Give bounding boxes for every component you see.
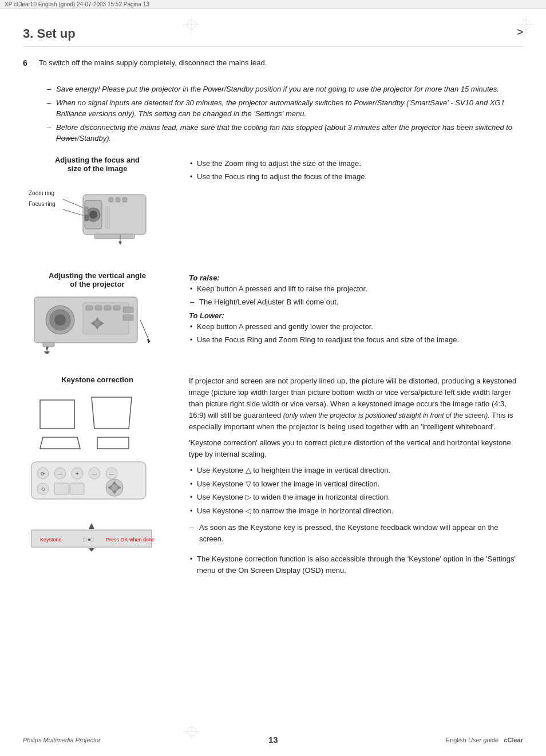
footer-left: Philips Multimedia Projector: [23, 737, 101, 743]
keystone-bullet-2: Use Keystone ▽ to lower the image in ver…: [189, 478, 523, 490]
svg-rect-30: [104, 306, 111, 310]
footer: Philips Multimedia Projector 13 English …: [0, 735, 546, 745]
svg-text:—: —: [58, 471, 63, 477]
dash-item-1: Save energy! Please put the projector in…: [46, 84, 523, 95]
svg-point-68: [111, 484, 118, 491]
keystone-right: If projector and screen are not properly…: [183, 375, 523, 579]
focus-bullet-2: Use the Focus ring to adjust the focus o…: [189, 171, 523, 183]
svg-text:Keystone: Keystone: [40, 537, 62, 543]
ring-labels: Zoom ring Focus ring: [29, 188, 56, 209]
zoom-ring-label: Zoom ring: [29, 188, 56, 199]
keystone-screen-ui: Keystone □·●□ Press OK when done: [29, 523, 172, 553]
svg-rect-13: [116, 197, 120, 202]
keystone-para2: 'Keystone correction' allows you to corr…: [189, 437, 523, 460]
remote-svg: ⟳ — + — — ⟲: [29, 459, 160, 519]
keystone-dash-1: As soon as the Keystone key is pressed, …: [189, 522, 523, 544]
dash-item-3: Before disconnecting the mains lead, mak…: [46, 122, 523, 144]
svg-marker-41: [44, 351, 50, 354]
adjust-focus-right: Use the Zoom ring to adjust the size of …: [183, 156, 523, 258]
remote-control-area: ⟳ — + — — ⟲: [29, 459, 172, 521]
section-number: 6: [23, 58, 32, 68]
header-text: XP cClear10 English (good) 24-07-2003 15…: [5, 1, 149, 7]
to-raise-label: To raise:: [189, 274, 523, 282]
svg-text:—: —: [92, 471, 97, 477]
svg-rect-62: [70, 483, 84, 494]
svg-line-6: [63, 199, 86, 209]
svg-line-42: [140, 320, 149, 340]
svg-rect-38: [123, 315, 133, 320]
svg-rect-14: [122, 197, 127, 202]
page-nav: >: [517, 26, 523, 38]
svg-rect-12: [109, 197, 113, 202]
svg-rect-37: [123, 307, 133, 312]
adjust-focus-section: Adjusting the focus and size of the imag…: [23, 156, 523, 258]
svg-point-26: [54, 314, 66, 326]
svg-marker-46: [40, 437, 80, 449]
svg-rect-39: [43, 342, 54, 347]
section-6-block: 6 To switch off the mains supply complet…: [23, 58, 523, 68]
reg-mark-bottom: [183, 723, 200, 740]
dash-notes: Save energy! Please put the projector in…: [46, 84, 523, 144]
svg-text:□·●□: □·●□: [83, 537, 94, 543]
lower-bullets: Keep button A pressed and gently lower t…: [189, 321, 523, 346]
keystone-dash: As soon as the Keystone key is pressed, …: [189, 522, 523, 544]
svg-text:Press OK when done: Press OK when done: [106, 537, 155, 543]
keystone-bullets: Use Keystone △ to heighten the image in …: [189, 465, 523, 516]
focus-ring-label: Focus ring: [29, 199, 56, 209]
lower-bullet-2: Use the Focus Ring and Zoom Ring to read…: [189, 334, 523, 346]
svg-text:⟳: ⟳: [41, 471, 45, 477]
svg-rect-31: [113, 306, 120, 310]
raise-bullet-1: Keep button A pressed and lift to raise …: [189, 283, 523, 295]
svg-rect-61: [54, 483, 69, 494]
to-lower-label: To Lower:: [189, 311, 523, 320]
svg-rect-20: [85, 215, 88, 221]
svg-rect-47: [97, 437, 129, 449]
keystone-heading: Keystone correction: [23, 375, 172, 384]
keystone-final-bullet: The Keystone correction function is also…: [189, 553, 523, 576]
svg-point-11: [89, 211, 97, 219]
svg-marker-74: [89, 548, 94, 552]
svg-marker-45: [92, 397, 132, 429]
svg-marker-69: [89, 523, 94, 529]
main-content: 3. Set up > 6 To switch off the mains su…: [0, 9, 546, 615]
footer-center: 13: [268, 735, 278, 745]
svg-marker-22: [118, 242, 122, 245]
keystone-screen-svg: Keystone □·●□ Press OK when done: [29, 523, 155, 552]
svg-rect-29: [95, 306, 102, 310]
keystone-bullet-1: Use Keystone △ to heighten the image in …: [189, 465, 523, 476]
adjust-vertical-section: Adjusting the vertical angle of the proj…: [23, 271, 523, 362]
svg-line-7: [63, 209, 86, 216]
dash-list: Save energy! Please put the projector in…: [46, 84, 523, 144]
page-title: 3. Set up: [23, 26, 76, 41]
keystone-bullet-3: Use Keystone ▷ to widen the image in hor…: [189, 492, 523, 503]
keystone-left: Keystone correction: [23, 375, 183, 579]
svg-text:—: —: [109, 471, 114, 477]
keystone-bullet-4: Use Keystone ◁ to narrow the image in ho…: [189, 505, 523, 517]
svg-text:+: +: [76, 470, 79, 477]
svg-text:⟲: ⟲: [41, 486, 45, 492]
raise-bullets: Keep button A pressed and lift to raise …: [189, 283, 523, 295]
adjust-vertical-heading: Adjusting the vertical angle of the proj…: [23, 271, 172, 288]
keystone-shapes-svg: [34, 389, 149, 452]
section6-text: To switch off the mains supply completel…: [39, 58, 267, 68]
projector-svg: [63, 183, 155, 258]
vertical-content: To raise: Keep button A pressed and lift…: [189, 274, 523, 346]
adjust-focus-heading: Adjusting the focus and size of the imag…: [23, 156, 172, 173]
adjust-focus-left: Adjusting the focus and size of the imag…: [23, 156, 183, 258]
keystone-para1: If projector and screen are not properly…: [189, 375, 523, 433]
vertical-projector-svg: [29, 294, 155, 360]
adjust-vertical-left: Adjusting the vertical angle of the proj…: [23, 271, 183, 362]
header-bar: XP cClear10 English (good) 24-07-2003 15…: [0, 0, 546, 9]
adjust-vertical-right: To raise: Keep button A pressed and lift…: [183, 271, 523, 362]
keystone-final-item: The Keystone correction function is also…: [189, 553, 523, 576]
raise-dash-1: The Height/Level Adjuster B will come ou…: [189, 296, 523, 308]
keystone-shapes-area: [34, 389, 172, 453]
svg-rect-44: [40, 400, 74, 429]
focus-bullets: Use the Zoom ring to adjust the size of …: [189, 158, 523, 183]
svg-rect-18: [94, 234, 134, 239]
vertical-projector-image: [29, 294, 172, 362]
svg-rect-28: [86, 306, 93, 310]
keystone-section: Keystone correction: [23, 375, 523, 579]
svg-rect-48: [31, 462, 146, 499]
focus-bullet-1: Use the Zoom ring to adjust the size of …: [189, 158, 523, 169]
